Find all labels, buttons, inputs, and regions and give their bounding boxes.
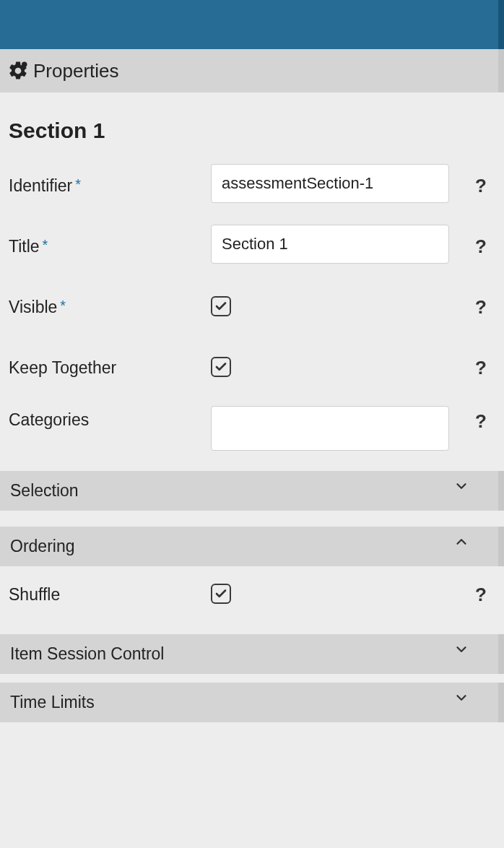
accordion-ordering-label: Ordering bbox=[10, 537, 74, 555]
chevron-up-icon bbox=[453, 534, 469, 554]
categories-input[interactable] bbox=[211, 406, 449, 451]
top-bar bbox=[0, 0, 504, 49]
gear-icon bbox=[7, 60, 29, 82]
chevron-down-icon bbox=[453, 690, 469, 710]
chevron-down-icon bbox=[453, 478, 469, 498]
label-visible: Visible* bbox=[9, 293, 211, 317]
accordion-ordering[interactable]: Ordering bbox=[0, 527, 504, 566]
required-star: * bbox=[60, 298, 66, 313]
help-identifier[interactable]: ? bbox=[466, 170, 495, 197]
accordion-time-limits[interactable]: Time Limits bbox=[0, 683, 504, 722]
ordering-body: Shuffle ? bbox=[0, 566, 504, 633]
accordion-selection[interactable]: Selection bbox=[0, 471, 504, 511]
title-input[interactable] bbox=[211, 225, 449, 264]
visible-checkbox[interactable] bbox=[211, 296, 231, 316]
accordion-item-session-control-label: Item Session Control bbox=[10, 644, 164, 663]
accordion-selection-label: Selection bbox=[10, 481, 79, 500]
row-categories: Categories ? bbox=[9, 406, 495, 451]
row-keep-together: Keep Together ? bbox=[9, 345, 495, 386]
identifier-input[interactable] bbox=[211, 164, 449, 203]
svg-point-0 bbox=[22, 62, 27, 68]
row-shuffle: Shuffle ? bbox=[9, 572, 495, 613]
label-shuffle: Shuffle bbox=[9, 581, 211, 605]
required-star: * bbox=[43, 237, 48, 253]
label-keep-together: Keep Together bbox=[9, 354, 211, 378]
keep-together-checkbox[interactable] bbox=[211, 357, 231, 377]
help-visible[interactable]: ? bbox=[466, 292, 495, 319]
row-title: Title* ? bbox=[9, 224, 495, 264]
label-title: Title* bbox=[9, 233, 211, 256]
row-identifier: Identifier* ? bbox=[9, 163, 495, 204]
label-categories: Categories bbox=[9, 406, 211, 430]
help-keep-together[interactable]: ? bbox=[466, 352, 495, 379]
help-title[interactable]: ? bbox=[466, 231, 495, 258]
panel-title: Properties bbox=[33, 60, 119, 82]
chevron-down-icon bbox=[453, 641, 469, 662]
label-identifier: Identifier* bbox=[9, 172, 211, 196]
required-star: * bbox=[75, 176, 81, 192]
accordion-item-session-control[interactable]: Item Session Control bbox=[0, 634, 504, 674]
accordion-time-limits-label: Time Limits bbox=[10, 693, 95, 711]
shuffle-checkbox[interactable] bbox=[211, 584, 231, 604]
section-title: Section 1 bbox=[9, 118, 495, 143]
panel-header: Properties bbox=[0, 49, 504, 92]
help-categories[interactable]: ? bbox=[466, 406, 495, 433]
help-shuffle[interactable]: ? bbox=[466, 579, 495, 606]
row-visible: Visible* ? bbox=[9, 285, 495, 325]
